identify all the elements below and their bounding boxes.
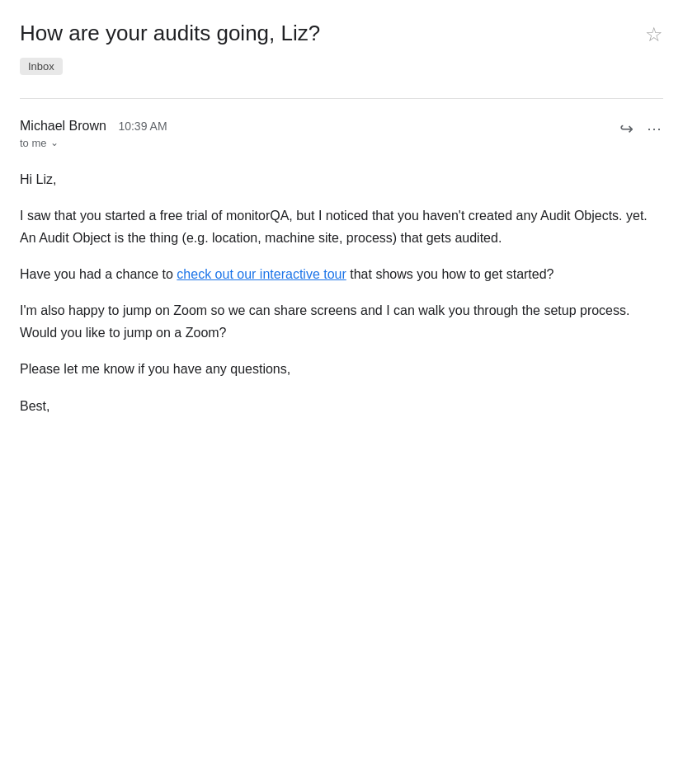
- inbox-badge-wrapper: Inbox: [20, 58, 663, 92]
- paragraph2: Have you had a chance to check out our i…: [20, 264, 663, 285]
- paragraph3: I'm also happy to jump on Zoom so we can…: [20, 300, 663, 344]
- email-container: How are your audits going, Liz? ☆ Inbox …: [0, 0, 683, 452]
- divider: [20, 98, 663, 99]
- paragraph2-after-link: that shows you how to get started?: [346, 267, 554, 281]
- send-time: 10:39 AM: [118, 120, 167, 133]
- to-me-label: to me: [20, 137, 47, 149]
- to-me-row[interactable]: to me ⌄: [20, 137, 167, 149]
- message-actions: ↩ ⋯: [619, 119, 663, 138]
- sign-off: Best,: [20, 396, 663, 417]
- paragraph1: I saw that you started a free trial of m…: [20, 205, 663, 249]
- message-wrapper: Michael Brown 10:39 AM to me ⌄ ↩ ⋯ Hi Li…: [20, 112, 663, 432]
- message-body: Hi Liz, I saw that you started a free tr…: [20, 169, 663, 432]
- chevron-down-icon: ⌄: [50, 137, 59, 148]
- message-meta-row: Michael Brown 10:39 AM to me ⌄ ↩ ⋯: [20, 112, 663, 153]
- reply-icon[interactable]: ↩: [619, 119, 634, 138]
- interactive-tour-link[interactable]: check out our interactive tour: [177, 267, 346, 281]
- greeting: Hi Liz,: [20, 169, 663, 190]
- inbox-badge[interactable]: Inbox: [20, 58, 63, 75]
- paragraph4: Please let me know if you have any quest…: [20, 359, 663, 380]
- sender-info: Michael Brown 10:39 AM to me ⌄: [20, 119, 167, 149]
- sender-name-row: Michael Brown 10:39 AM: [20, 119, 167, 134]
- star-icon[interactable]: ☆: [645, 23, 663, 46]
- more-options-icon[interactable]: ⋯: [647, 120, 663, 138]
- paragraph2-before-link: Have you had a chance to: [20, 267, 177, 281]
- email-subject: How are your audits going, Liz?: [20, 20, 635, 48]
- sender-name: Michael Brown: [20, 119, 106, 133]
- email-header: How are your audits going, Liz? ☆: [20, 20, 663, 48]
